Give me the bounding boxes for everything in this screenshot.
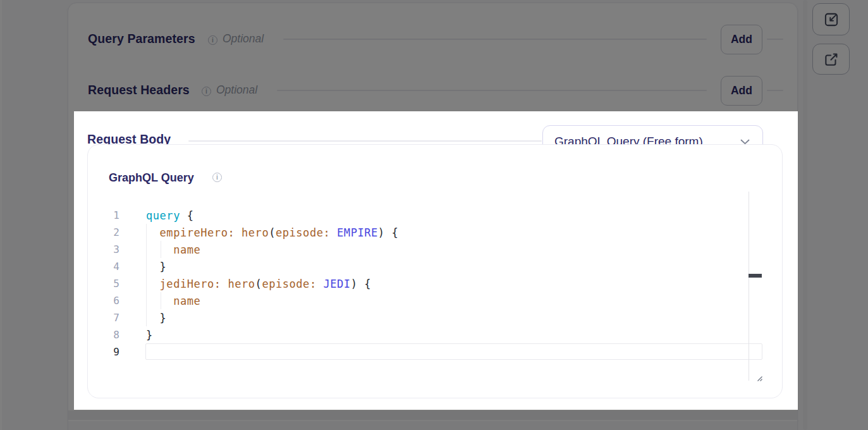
line-number: 8 — [88, 329, 119, 341]
line-number: 5 — [88, 278, 119, 290]
line-number: 2 — [88, 226, 119, 238]
line-number: 4 — [88, 261, 119, 273]
resize-handle[interactable] — [755, 373, 763, 381]
request-body-section: Request Body GraphQL Query (Free form) G… — [74, 111, 798, 410]
line-number: 7 — [88, 312, 119, 324]
code-text: } — [146, 329, 153, 341]
code-line[interactable]: 8} — [88, 326, 764, 343]
code-line[interactable]: 3 name — [88, 241, 764, 258]
graphql-query-info-icon[interactable]: i — [212, 173, 222, 182]
line-number: 9 — [88, 346, 119, 358]
request-body-divider — [188, 140, 542, 142]
code-text: name — [146, 243, 200, 256]
code-line[interactable]: 6 name — [88, 292, 764, 309]
code-line[interactable]: 5 jediHero: hero(episode: JEDI) { — [88, 275, 764, 292]
line-number: 1 — [88, 209, 119, 221]
code-text: } — [146, 312, 166, 324]
line-number: 3 — [88, 243, 119, 255]
code-text: jediHero: hero(episode: JEDI) { — [146, 278, 371, 290]
graphql-query-card: GraphQL Query i 1query {2 empireHero: he… — [87, 144, 783, 398]
code-line[interactable]: 2 empireHero: hero(episode: EMPIRE) { — [88, 224, 764, 241]
code-text: empireHero: hero(episode: EMPIRE) { — [146, 226, 398, 239]
graphql-query-editor[interactable]: 1query {2 empireHero: hero(episode: EMPI… — [88, 192, 764, 381]
code-text: } — [146, 261, 166, 273]
code-line[interactable]: 9 — [88, 343, 764, 360]
graphql-query-label: GraphQL Query — [109, 171, 194, 185]
code-line[interactable]: 1query { — [88, 207, 764, 224]
code-text: name — [146, 295, 200, 307]
code-text: query { — [146, 209, 194, 222]
code-line[interactable]: 7 } — [88, 309, 764, 326]
code-line[interactable]: 4 } — [88, 258, 764, 275]
line-number: 6 — [88, 295, 119, 307]
